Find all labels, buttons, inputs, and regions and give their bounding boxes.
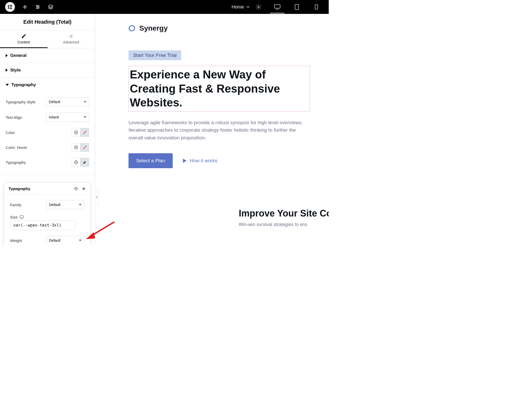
svg-point-13 xyxy=(258,6,259,8)
weight-select[interactable]: Default xyxy=(46,236,84,245)
gear-icon[interactable] xyxy=(256,4,261,10)
globe-icon xyxy=(74,130,78,134)
weight-row: Weight Default xyxy=(10,233,84,245)
control-typography-edit: Typography xyxy=(6,155,89,170)
svg-rect-2 xyxy=(10,7,12,7)
device-tablet[interactable] xyxy=(290,1,304,13)
add-icon[interactable] xyxy=(22,4,28,10)
control-text-align: Text Align Inherit xyxy=(6,110,89,125)
color-swatch-icon xyxy=(82,130,87,135)
caret-right-icon xyxy=(6,69,8,72)
svg-marker-12 xyxy=(48,5,53,7)
reset-button[interactable] xyxy=(74,187,78,191)
svg-rect-17 xyxy=(315,5,318,9)
brand-logo-block: Synergy xyxy=(129,24,329,32)
svg-line-29 xyxy=(83,146,86,149)
layers-icon[interactable] xyxy=(48,4,53,10)
control-typography-style: Typography Style Default xyxy=(6,94,89,110)
gear-icon xyxy=(69,34,74,39)
svg-marker-21 xyxy=(6,84,9,86)
svg-rect-0 xyxy=(8,5,9,9)
second-section: Improve Your Site Co Win-win survival st… xyxy=(239,208,329,227)
color-hover-picker-button[interactable] xyxy=(80,143,89,152)
svg-rect-1 xyxy=(10,5,12,6)
svg-rect-3 xyxy=(10,8,12,9)
pencil-icon xyxy=(83,160,87,164)
hero-subtext: Leverage agile frameworks to provide a r… xyxy=(129,119,311,141)
family-select[interactable]: Default xyxy=(46,200,84,209)
size-row-label: Size xyxy=(10,212,84,220)
settings-sliders-icon[interactable] xyxy=(35,4,41,10)
trial-badge[interactable]: Start Your Free Trial xyxy=(129,50,181,60)
size-row xyxy=(10,220,84,233)
preview-canvas: Synergy Start Your Free Trial Experience… xyxy=(95,14,329,245)
svg-point-18 xyxy=(70,36,72,37)
device-desktop[interactable] xyxy=(270,1,285,13)
panel-tabs: Content Advanced xyxy=(0,30,95,48)
popup-title: Typography xyxy=(8,186,30,191)
elementor-logo[interactable] xyxy=(5,2,15,12)
caret-down-icon xyxy=(6,84,9,86)
svg-marker-19 xyxy=(6,54,8,57)
color-picker-button[interactable] xyxy=(80,128,89,137)
svg-point-11 xyxy=(37,8,38,9)
chevron-down-icon xyxy=(246,6,250,8)
control-color-hover: Color: Hover xyxy=(6,140,89,155)
chevron-left-icon xyxy=(96,196,98,199)
page-label: Home xyxy=(232,4,244,10)
page-selector[interactable]: Home xyxy=(232,4,250,10)
section-typography[interactable]: Typography xyxy=(0,78,95,92)
second-heading: Improve Your Site Co xyxy=(239,208,329,219)
svg-point-7 xyxy=(36,5,38,6)
svg-line-25 xyxy=(83,131,86,134)
svg-marker-20 xyxy=(6,69,8,72)
play-icon xyxy=(183,159,187,163)
text-align-select[interactable]: Inherit xyxy=(46,113,89,122)
svg-rect-14 xyxy=(274,5,280,8)
section-general[interactable]: General xyxy=(0,48,95,63)
sidebar: Edit Heading (Total) Content Advanced Ge… xyxy=(0,14,95,245)
globe-icon xyxy=(74,145,78,149)
typography-edit-button[interactable] xyxy=(80,158,89,167)
caret-right-icon xyxy=(6,54,8,57)
pencil-icon xyxy=(21,34,26,39)
control-color: Color xyxy=(6,125,89,140)
device-mobile[interactable] xyxy=(309,1,324,13)
global-color-button[interactable] xyxy=(72,128,80,137)
section-style[interactable]: Style xyxy=(0,63,95,77)
panel-title: Edit Heading (Total) xyxy=(0,14,95,30)
svg-point-9 xyxy=(38,6,39,7)
svg-marker-41 xyxy=(183,159,187,163)
how-it-works-link[interactable]: How it works xyxy=(183,158,217,164)
global-color-hover-button[interactable] xyxy=(72,143,80,152)
svg-rect-35 xyxy=(20,216,23,218)
family-row: Family Default xyxy=(10,197,84,212)
globe-icon xyxy=(74,160,78,164)
second-sub: Win-win survival strategies to ens xyxy=(239,222,329,227)
brand-name: Synergy xyxy=(139,24,168,32)
collapse-sidebar-handle[interactable] xyxy=(95,190,99,204)
responsive-icon[interactable] xyxy=(20,215,24,219)
color-swatch-icon xyxy=(82,145,87,150)
typography-style-select[interactable]: Default xyxy=(46,97,89,106)
hero-heading[interactable]: Experience a New Way of Creating Fast & … xyxy=(129,66,310,112)
tab-content[interactable]: Content xyxy=(0,30,48,48)
size-input[interactable] xyxy=(10,220,76,230)
svg-rect-16 xyxy=(295,4,299,10)
svg-point-40 xyxy=(133,25,134,27)
plus-icon xyxy=(82,187,86,191)
add-button[interactable] xyxy=(82,187,86,191)
brand-mark-icon xyxy=(129,25,135,32)
typography-popup: Typography Family Default Size xyxy=(4,183,90,245)
topbar: Home xyxy=(0,0,329,14)
select-plan-button[interactable]: Select a Plan xyxy=(129,153,173,168)
undo-icon xyxy=(74,187,78,191)
tab-advanced[interactable]: Advanced xyxy=(48,30,95,48)
global-typography-button[interactable] xyxy=(72,158,80,167)
